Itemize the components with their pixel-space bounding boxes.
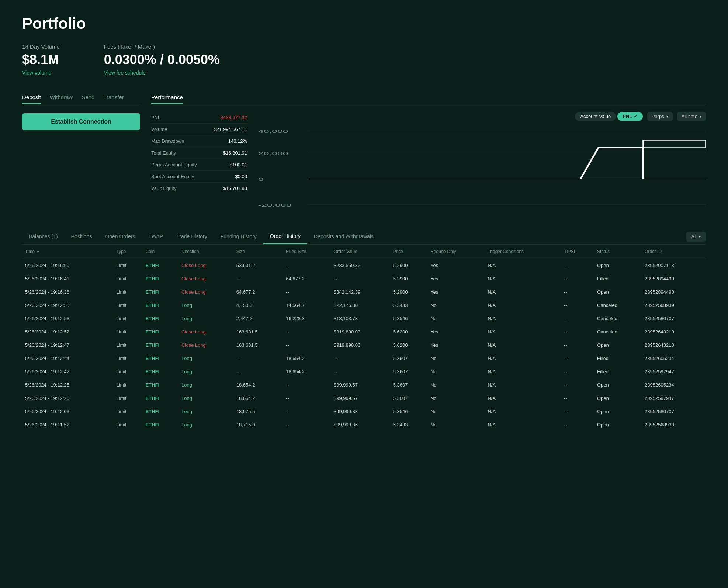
cell-time: 5/26/2024 - 19:12:53: [22, 312, 113, 325]
cell-tpsl: --: [561, 299, 594, 312]
cell-size: 4,150.3: [233, 299, 283, 312]
cell-filled-size: --: [283, 286, 331, 299]
tab-open-orders[interactable]: Open Orders: [98, 229, 142, 244]
view-volume-link[interactable]: View volume: [22, 70, 51, 76]
cell-type: Limit: [113, 418, 142, 432]
cell-order-value: $99,999.57: [331, 392, 390, 405]
toggle-pnl[interactable]: PNL ✓: [617, 112, 642, 121]
tab-funding-history[interactable]: Funding History: [214, 229, 263, 244]
chart-y-label-40k: 40,000: [258, 129, 288, 134]
orders-tbody: 5/26/2024 - 19:16:50 Limit ETHFI Close L…: [22, 259, 706, 432]
stats-row: 14 Day Volume $8.1M View volume Fees (Ta…: [22, 44, 706, 76]
establish-connection-button[interactable]: Establish Connection: [22, 113, 140, 130]
filter-dropdown[interactable]: All: [686, 232, 706, 242]
cell-tpsl: --: [561, 325, 594, 339]
volume-label: 14 Day Volume: [22, 44, 60, 50]
cell-tpsl: --: [561, 259, 594, 272]
cell-filled-size: --: [283, 325, 331, 339]
performance-stats: PNL -$438,677.32 Volume $21,994,667.11 M…: [151, 112, 247, 214]
col-coin: Coin: [143, 245, 178, 259]
stat-spotaccountequity-key: Spot Account Equity: [151, 174, 194, 179]
view-fees-link[interactable]: View fee schedule: [104, 70, 146, 76]
tab-positions[interactable]: Positions: [65, 229, 99, 244]
table-row: 5/26/2024 - 19:12:47 Limit ETHFI Close L…: [22, 339, 706, 352]
cell-order-id: 23952597947: [642, 365, 706, 378]
cell-reduce-only: No: [427, 365, 485, 378]
cell-size: 53,601.2: [233, 259, 283, 272]
cell-time: 5/26/2024 - 19:12:47: [22, 339, 113, 352]
cell-reduce-only: No: [427, 312, 485, 325]
cell-direction: Long: [178, 365, 233, 378]
tab-send[interactable]: Send: [82, 94, 94, 104]
cell-price: 5.3546: [390, 405, 427, 418]
chart-y-label-neg20k: -20,000: [258, 203, 292, 207]
cell-order-value: $919,890.03: [331, 325, 390, 339]
cell-price: 5.6200: [390, 325, 427, 339]
table-row: 5/26/2024 - 19:16:41 Limit ETHFI Close L…: [22, 272, 706, 286]
cell-order-value: $919,890.03: [331, 339, 390, 352]
cell-trigger: N/A: [485, 405, 561, 418]
cell-type: Limit: [113, 312, 142, 325]
tab-deposits-withdrawals[interactable]: Deposits and Withdrawals: [307, 229, 380, 244]
cell-status: Open: [594, 418, 642, 432]
table-row: 5/26/2024 - 19:16:36 Limit ETHFI Close L…: [22, 286, 706, 299]
cell-price: 5.3607: [390, 392, 427, 405]
cell-status: Filled: [594, 272, 642, 286]
left-panel: Deposit Withdraw Send Transfer Establish…: [22, 94, 140, 214]
cell-order-id: 23952643210: [642, 339, 706, 352]
chart-svg: 40,000 20,000 0 -20,000: [258, 125, 706, 214]
cell-order-value: --: [331, 272, 390, 286]
cell-tpsl: --: [561, 392, 594, 405]
cell-coin: ETHFI: [143, 339, 178, 352]
cell-coin: ETHFI: [143, 299, 178, 312]
cell-coin: ETHFI: [143, 259, 178, 272]
cell-trigger: N/A: [485, 312, 561, 325]
cell-price: 5.3433: [390, 299, 427, 312]
tab-order-history[interactable]: Order History: [263, 229, 307, 244]
cell-size: 163,681.5: [233, 325, 283, 339]
cell-price: 5.3607: [390, 365, 427, 378]
stat-maxdrawdown: Max Drawdown 140.12%: [151, 135, 247, 147]
cell-reduce-only: No: [427, 299, 485, 312]
cell-filled-size: 64,677.2: [283, 272, 331, 286]
col-type: Type: [113, 245, 142, 259]
fees-label: Fees (Taker / Maker): [104, 44, 220, 50]
cell-order-id: 23952907113: [642, 259, 706, 272]
table-header-row: Time ▼ Type Coin Direction Size Filled S…: [22, 245, 706, 259]
cell-type: Limit: [113, 339, 142, 352]
stat-pnl: PNL -$438,677.32: [151, 112, 247, 124]
stat-maxdrawdown-key: Max Drawdown: [151, 138, 184, 144]
cell-time: 5/26/2024 - 19:16:50: [22, 259, 113, 272]
tab-trade-history[interactable]: Trade History: [170, 229, 214, 244]
cell-price: 5.3607: [390, 352, 427, 365]
tab-balances[interactable]: Balances (1): [22, 229, 65, 244]
cell-time: 5/26/2024 - 19:11:52: [22, 418, 113, 432]
cell-tpsl: --: [561, 312, 594, 325]
cell-order-value: $99,999.83: [331, 405, 390, 418]
tab-performance[interactable]: Performance: [151, 94, 183, 104]
cell-size: 18,715.0: [233, 418, 283, 432]
tab-deposit[interactable]: Deposit: [22, 94, 41, 104]
cell-tpsl: --: [561, 378, 594, 392]
table-row: 5/26/2024 - 19:12:20 Limit ETHFI Long 18…: [22, 392, 706, 405]
perps-dropdown[interactable]: Perps: [647, 112, 673, 121]
alltime-dropdown[interactable]: All-time: [677, 112, 706, 121]
cell-reduce-only: No: [427, 378, 485, 392]
cell-order-value: $342,142.39: [331, 286, 390, 299]
cell-coin: ETHFI: [143, 418, 178, 432]
cell-coin: ETHFI: [143, 365, 178, 378]
cell-trigger: N/A: [485, 272, 561, 286]
cell-direction: Long: [178, 405, 233, 418]
cell-coin: ETHFI: [143, 312, 178, 325]
tab-twap[interactable]: TWAP: [142, 229, 170, 244]
cell-time: 5/26/2024 - 19:12:52: [22, 325, 113, 339]
col-order-value: Order Value: [331, 245, 390, 259]
toggle-account-value[interactable]: Account Value: [575, 112, 616, 121]
volume-stat: 14 Day Volume $8.1M View volume: [22, 44, 60, 76]
cell-filled-size: --: [283, 392, 331, 405]
chart-y-label-0: 0: [258, 177, 264, 181]
stat-perpsaccountequity: Perps Account Equity $100.01: [151, 159, 247, 171]
cell-filled-size: 18,654.2: [283, 365, 331, 378]
tab-transfer[interactable]: Transfer: [103, 94, 124, 104]
tab-withdraw[interactable]: Withdraw: [50, 94, 73, 104]
